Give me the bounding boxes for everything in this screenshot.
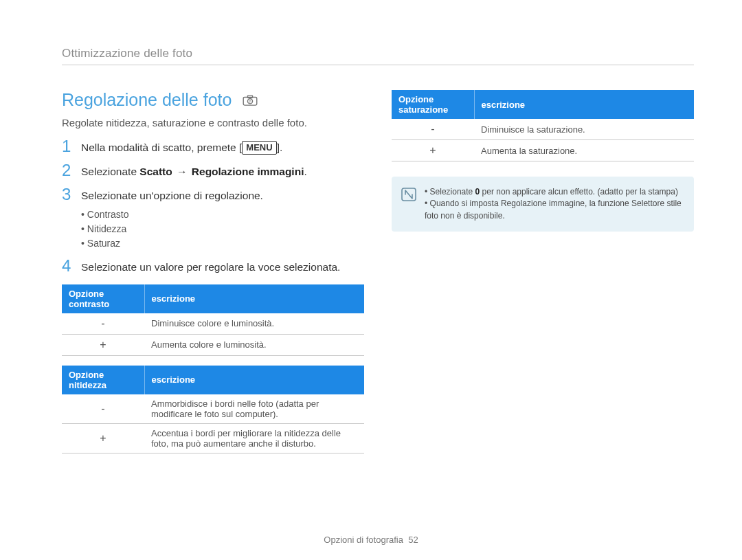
table-header-description: escrizione bbox=[474, 90, 694, 119]
option-contrast: Contrasto bbox=[81, 208, 364, 222]
option-cell: + bbox=[62, 423, 144, 453]
sharpness-table: Opzione nitidezza escrizione - Ammorbidi… bbox=[62, 366, 364, 453]
step-4: 4 Selezionate un valore per regolare la … bbox=[62, 258, 364, 275]
description-cell: Aumenta colore e luminosità. bbox=[144, 334, 364, 355]
manual-page: Ottimizzazione delle foto Regolazione de… bbox=[0, 0, 742, 560]
step-list: 1 Nella modalità di scatto, premete [MEN… bbox=[62, 138, 364, 275]
page-number: 52 bbox=[408, 535, 418, 545]
note-box: Selezionate 0 per non applicare alcun ef… bbox=[392, 177, 694, 232]
breadcrumb: Ottimizzazione delle foto bbox=[62, 47, 694, 60]
description-cell: Diminuisce colore e luminosità. bbox=[144, 313, 364, 335]
description-cell: Diminuisce la saturazione. bbox=[474, 119, 694, 140]
saturation-table: Opzione saturazione escrizione - Diminui… bbox=[392, 90, 694, 161]
description-cell: Aumenta la saturazione. bbox=[474, 140, 694, 161]
step-text: Nella modalità di scatto, premete [MENU]… bbox=[81, 138, 282, 155]
content-columns: Regolazione delle foto P Regolate nitide… bbox=[62, 90, 694, 453]
table-header-description: escrizione bbox=[144, 366, 364, 394]
option-saturation: Saturaz bbox=[81, 236, 364, 251]
step-text: Selezionate un valore per regolare la vo… bbox=[81, 258, 340, 275]
table-row: + Aumenta la saturazione. bbox=[392, 140, 694, 161]
menu-key: MENU bbox=[242, 141, 276, 155]
option-cell: + bbox=[62, 334, 144, 355]
option-sharpness: Nitidezza bbox=[81, 222, 364, 236]
svg-text:P: P bbox=[249, 100, 251, 104]
option-cell: - bbox=[62, 313, 144, 335]
table-row: - Diminuisce la saturazione. bbox=[392, 119, 694, 140]
step-2: 2 Selezionate Scatto → Regolazione immag… bbox=[62, 162, 364, 179]
option-cell: - bbox=[392, 119, 474, 140]
page-footer: Opzioni di fotografia 52 bbox=[0, 535, 742, 545]
table-header-option: Opzione contrasto bbox=[62, 284, 144, 313]
right-column: Opzione saturazione escrizione - Diminui… bbox=[392, 90, 694, 453]
step-number: 1 bbox=[62, 138, 74, 155]
step-number: 3 bbox=[62, 186, 74, 203]
step-3: 3 Selezionate un'opzione di regolazione. bbox=[62, 186, 364, 203]
header-divider bbox=[62, 65, 694, 65]
section-title-row: Regolazione delle foto P bbox=[62, 90, 364, 110]
table-header-option: Opzione nitidezza bbox=[62, 366, 144, 394]
option-cell: - bbox=[62, 394, 144, 424]
table-row: + Accentua i bordi per migliorare la nit… bbox=[62, 423, 364, 453]
note-list: Selezionate 0 per non applicare alcun ef… bbox=[425, 186, 683, 222]
table-row: - Diminuisce colore e luminosità. bbox=[62, 313, 364, 335]
table-header-description: escrizione bbox=[144, 284, 364, 313]
step-number: 4 bbox=[62, 258, 74, 274]
section-subtitle: Regolate nitidezza, saturazione e contra… bbox=[62, 117, 364, 128]
camera-icon: P bbox=[243, 90, 258, 110]
arrow-icon: → bbox=[175, 165, 189, 179]
note-item: Quando si imposta Regolazione immagine, … bbox=[425, 198, 683, 222]
table-row: - Ammorbidisce i bordi nelle foto (adatt… bbox=[62, 394, 364, 424]
contrast-table: Opzione contrasto escrizione - Diminuisc… bbox=[62, 284, 364, 356]
note-icon bbox=[401, 186, 416, 222]
step-number: 2 bbox=[62, 162, 74, 179]
step-text: Selezionate Scatto → Regolazione immagin… bbox=[81, 162, 307, 179]
table-header-option: Opzione saturazione bbox=[392, 90, 474, 119]
svg-rect-2 bbox=[248, 96, 253, 98]
left-column: Regolazione delle foto P Regolate nitide… bbox=[62, 90, 364, 453]
note-item: Selezionate 0 per non applicare alcun ef… bbox=[425, 186, 683, 198]
step-1: 1 Nella modalità di scatto, premete [MEN… bbox=[62, 138, 364, 155]
option-cell: + bbox=[392, 140, 474, 161]
section-title: Regolazione delle foto bbox=[62, 90, 232, 110]
table-row: + Aumenta colore e luminosità. bbox=[62, 334, 364, 355]
step-3-options: Contrasto Nitidezza Saturaz bbox=[81, 208, 364, 251]
description-cell: Ammorbidisce i bordi nelle foto (adatta … bbox=[144, 394, 364, 424]
step-text: Selezionate un'opzione di regolazione. bbox=[81, 186, 263, 203]
footer-label: Opzioni di fotografia bbox=[324, 535, 403, 545]
description-cell: Accentua i bordi per migliorare la nitid… bbox=[144, 423, 364, 453]
